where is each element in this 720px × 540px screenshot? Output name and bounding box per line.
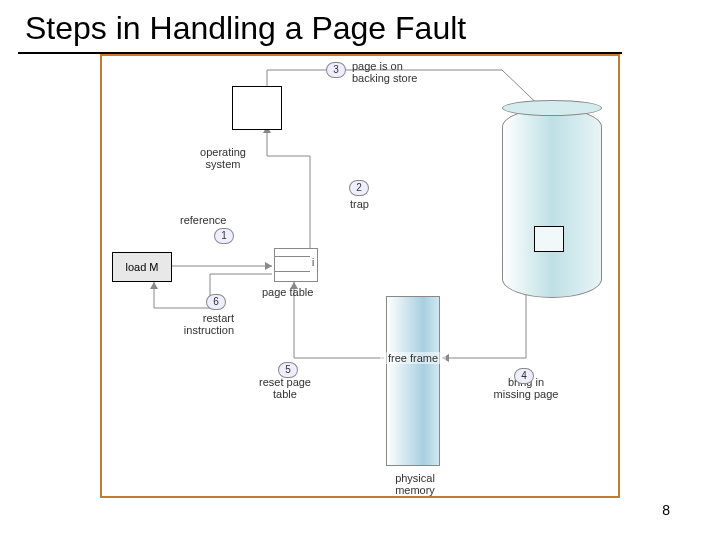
i-flag: i	[312, 257, 314, 268]
load-m-box: load M	[112, 252, 172, 282]
step-2-badge: 2	[349, 180, 369, 196]
slide-title: Steps in Handling a Page Fault	[25, 10, 466, 47]
physical-memory-label: physical memory	[390, 472, 440, 496]
trap-label: trap	[350, 198, 369, 210]
page-table-entry	[274, 256, 310, 272]
step-4-badge: 4	[514, 368, 534, 384]
page-number: 8	[662, 502, 670, 518]
physical-memory	[386, 296, 440, 466]
step-3-badge: 3	[326, 62, 346, 78]
restart-label: restart instruction	[174, 312, 234, 336]
svg-marker-20	[150, 282, 158, 289]
disk-page	[534, 226, 564, 252]
os-label: operating system	[188, 146, 258, 170]
step-5-badge: 5	[278, 362, 298, 378]
page-fault-diagram: operating system load M reference i page…	[102, 56, 622, 500]
page-on-store-label: page is on backing store	[352, 60, 432, 84]
reset-pt-label: reset page table	[250, 376, 320, 400]
reference-label: reference	[180, 214, 226, 226]
step-6-badge: 6	[206, 294, 226, 310]
page-table-label: page table	[262, 286, 313, 298]
svg-marker-1	[265, 262, 272, 270]
diagram-frame: operating system load M reference i page…	[100, 54, 620, 498]
step-1-badge: 1	[214, 228, 234, 244]
backing-store	[502, 108, 602, 298]
os-box	[232, 86, 282, 130]
free-frame-label: free frame	[380, 352, 446, 364]
